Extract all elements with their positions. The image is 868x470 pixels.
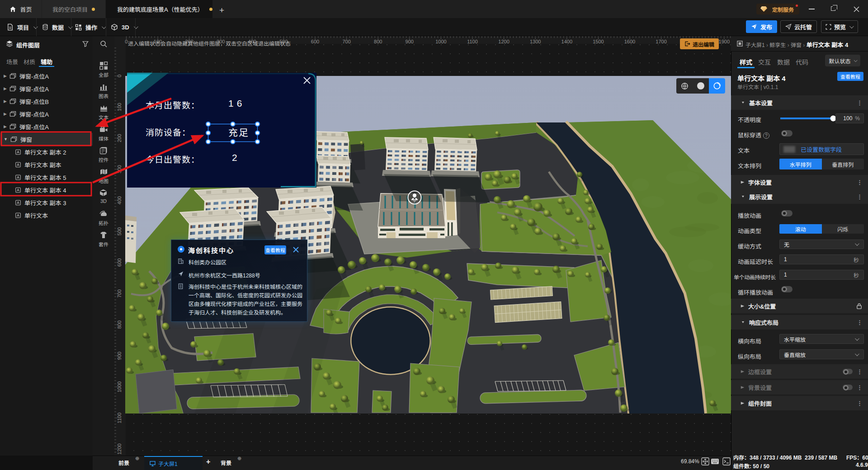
svg-text:1500: 1500 xyxy=(593,39,604,44)
svg-text:800: 800 xyxy=(374,39,382,44)
svg-text:1100: 1100 xyxy=(467,39,478,44)
svg-text:1900: 1900 xyxy=(719,39,730,44)
svg-text:1000: 1000 xyxy=(435,39,446,44)
svg-text:1200: 1200 xyxy=(498,39,509,44)
svg-text:600: 600 xyxy=(311,39,319,44)
svg-text:0: 0 xyxy=(125,39,127,44)
svg-text:700: 700 xyxy=(342,39,350,44)
svg-text:1300: 1300 xyxy=(530,39,541,44)
svg-text:900: 900 xyxy=(406,39,414,44)
svg-text:1700: 1700 xyxy=(656,39,666,44)
svg-text:1400: 1400 xyxy=(561,39,572,44)
svg-text:1600: 1600 xyxy=(624,39,635,44)
